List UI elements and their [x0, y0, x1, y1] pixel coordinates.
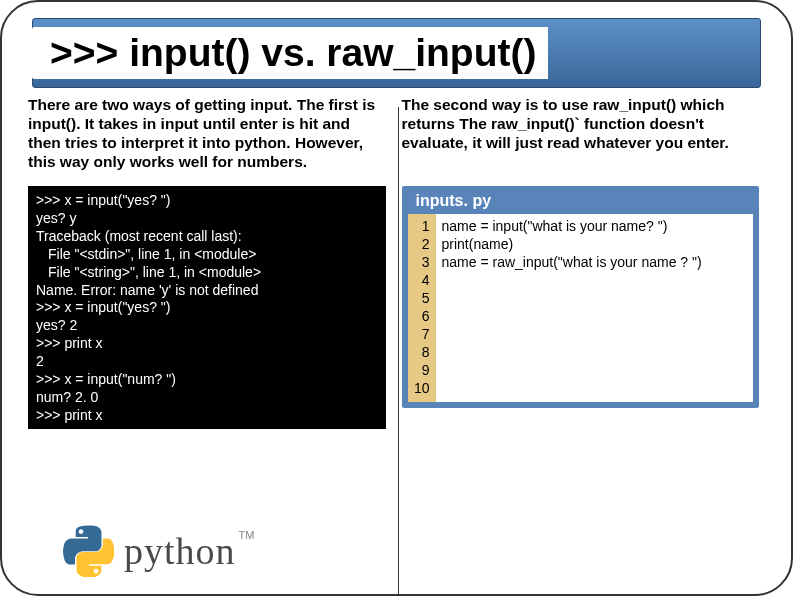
terminal-line: Traceback (most recent call last):: [36, 228, 378, 246]
terminal-line: yes? y: [36, 210, 378, 228]
line-number: 7: [414, 326, 430, 344]
code-line: name = raw_input("what is your name ? "): [442, 254, 748, 272]
line-number: 9: [414, 362, 430, 380]
terminal-line: num? 2. 0: [36, 389, 378, 407]
file-block: inputs. py 1 2 3 4 5 6 7 8 9 10: [402, 186, 760, 408]
file-title: inputs. py: [402, 186, 760, 214]
code-body: name = input("what is your name? ") prin…: [436, 214, 754, 402]
logo-wordmark: python: [124, 530, 236, 572]
right-desc: The second way is to use raw_input() whi…: [402, 96, 760, 176]
terminal-line: yes? 2: [36, 317, 378, 335]
line-number: 2: [414, 236, 430, 254]
terminal-line: >>> print x: [36, 335, 378, 353]
title-bar: >>> input() vs. raw_input(): [32, 18, 761, 88]
left-column: There are two ways of getting input. The…: [26, 96, 394, 429]
file-body: 1 2 3 4 5 6 7 8 9 10 name = input("what …: [408, 214, 754, 402]
line-number: 1: [414, 218, 430, 236]
terminal-line: >>> x = input("yes? "): [36, 192, 378, 210]
code-line: [442, 290, 748, 308]
terminal-line: Name. Error: name 'y' is not defined: [36, 282, 378, 300]
line-number: 5: [414, 290, 430, 308]
slide-card: >>> input() vs. raw_input() There are tw…: [0, 0, 793, 596]
line-number: 10: [414, 380, 430, 398]
code-line: [442, 362, 748, 380]
terminal-block: >>> x = input("yes? ") yes? y Traceback …: [28, 186, 386, 429]
line-number: 4: [414, 272, 430, 290]
code-line: print(name): [442, 236, 748, 254]
line-number: 8: [414, 344, 430, 362]
code-line: [442, 344, 748, 362]
code-line: [442, 380, 748, 398]
python-logo: pythonTM: [62, 525, 254, 577]
terminal-line: File "<string>", line 1, in <module>: [36, 264, 378, 282]
terminal-line: >>> print x: [36, 407, 378, 425]
line-number: 3: [414, 254, 430, 272]
terminal-line: 2: [36, 353, 378, 371]
slide-title: >>> input() vs. raw_input(): [32, 27, 548, 80]
vertical-divider: [398, 107, 399, 594]
code-line: [442, 326, 748, 344]
terminal-line: File "<stdin>", line 1, in <module>: [36, 246, 378, 264]
code-line: [442, 272, 748, 290]
trademark-symbol: TM: [239, 529, 255, 541]
code-line: [442, 308, 748, 326]
left-desc: There are two ways of getting input. The…: [28, 96, 386, 176]
line-number: 6: [414, 308, 430, 326]
columns: There are two ways of getting input. The…: [26, 96, 767, 429]
python-logo-icon: [62, 525, 114, 577]
terminal-line: >>> x = input("yes? "): [36, 299, 378, 317]
line-number-gutter: 1 2 3 4 5 6 7 8 9 10: [408, 214, 436, 402]
code-line: name = input("what is your name? "): [442, 218, 748, 236]
right-column: The second way is to use raw_input() whi…: [394, 96, 768, 429]
terminal-line: >>> x = input("num? "): [36, 371, 378, 389]
python-logo-text: pythonTM: [124, 529, 254, 573]
